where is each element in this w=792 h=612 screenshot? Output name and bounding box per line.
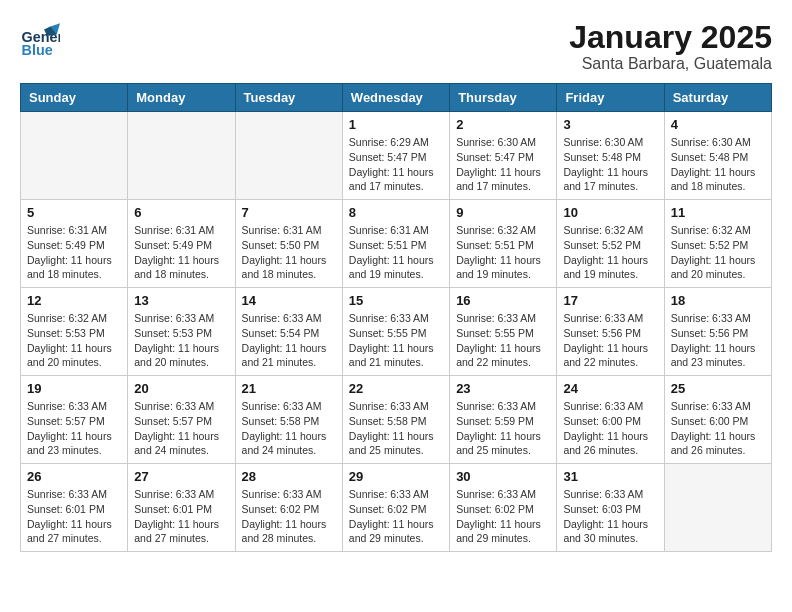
calendar-day-cell: 13Sunrise: 6:33 AM Sunset: 5:53 PM Dayli… — [128, 288, 235, 376]
calendar-day-cell — [235, 112, 342, 200]
calendar-day-cell: 7Sunrise: 6:31 AM Sunset: 5:50 PM Daylig… — [235, 200, 342, 288]
day-number: 26 — [27, 469, 121, 484]
day-number: 28 — [242, 469, 336, 484]
calendar-day-cell: 19Sunrise: 6:33 AM Sunset: 5:57 PM Dayli… — [21, 376, 128, 464]
title-block: January 2025 Santa Barbara, Guatemala — [569, 20, 772, 73]
calendar-week-row: 26Sunrise: 6:33 AM Sunset: 6:01 PM Dayli… — [21, 464, 772, 552]
logo: General Blue — [20, 20, 60, 60]
page-subtitle: Santa Barbara, Guatemala — [569, 55, 772, 73]
calendar-day-cell: 10Sunrise: 6:32 AM Sunset: 5:52 PM Dayli… — [557, 200, 664, 288]
day-number: 17 — [563, 293, 657, 308]
day-info: Sunrise: 6:29 AM Sunset: 5:47 PM Dayligh… — [349, 135, 443, 194]
day-info: Sunrise: 6:33 AM Sunset: 5:56 PM Dayligh… — [563, 311, 657, 370]
calendar-day-cell: 20Sunrise: 6:33 AM Sunset: 5:57 PM Dayli… — [128, 376, 235, 464]
day-number: 3 — [563, 117, 657, 132]
calendar-day-cell: 1Sunrise: 6:29 AM Sunset: 5:47 PM Daylig… — [342, 112, 449, 200]
day-number: 9 — [456, 205, 550, 220]
calendar-day-cell: 5Sunrise: 6:31 AM Sunset: 5:49 PM Daylig… — [21, 200, 128, 288]
day-info: Sunrise: 6:32 AM Sunset: 5:52 PM Dayligh… — [563, 223, 657, 282]
day-number: 19 — [27, 381, 121, 396]
calendar-day-header: Thursday — [450, 84, 557, 112]
day-number: 10 — [563, 205, 657, 220]
day-info: Sunrise: 6:33 AM Sunset: 6:02 PM Dayligh… — [349, 487, 443, 546]
day-number: 24 — [563, 381, 657, 396]
day-number: 18 — [671, 293, 765, 308]
calendar-day-header: Tuesday — [235, 84, 342, 112]
day-number: 23 — [456, 381, 550, 396]
calendar-day-cell: 25Sunrise: 6:33 AM Sunset: 6:00 PM Dayli… — [664, 376, 771, 464]
day-number: 16 — [456, 293, 550, 308]
day-info: Sunrise: 6:31 AM Sunset: 5:51 PM Dayligh… — [349, 223, 443, 282]
calendar-day-cell: 22Sunrise: 6:33 AM Sunset: 5:58 PM Dayli… — [342, 376, 449, 464]
day-info: Sunrise: 6:33 AM Sunset: 5:53 PM Dayligh… — [134, 311, 228, 370]
calendar-day-cell: 18Sunrise: 6:33 AM Sunset: 5:56 PM Dayli… — [664, 288, 771, 376]
calendar-day-cell: 14Sunrise: 6:33 AM Sunset: 5:54 PM Dayli… — [235, 288, 342, 376]
calendar-week-row: 19Sunrise: 6:33 AM Sunset: 5:57 PM Dayli… — [21, 376, 772, 464]
day-info: Sunrise: 6:33 AM Sunset: 6:01 PM Dayligh… — [134, 487, 228, 546]
day-number: 12 — [27, 293, 121, 308]
calendar-day-cell: 2Sunrise: 6:30 AM Sunset: 5:47 PM Daylig… — [450, 112, 557, 200]
calendar-day-cell: 26Sunrise: 6:33 AM Sunset: 6:01 PM Dayli… — [21, 464, 128, 552]
calendar-table: SundayMondayTuesdayWednesdayThursdayFrid… — [20, 83, 772, 552]
day-info: Sunrise: 6:30 AM Sunset: 5:48 PM Dayligh… — [563, 135, 657, 194]
day-info: Sunrise: 6:33 AM Sunset: 6:00 PM Dayligh… — [671, 399, 765, 458]
day-info: Sunrise: 6:33 AM Sunset: 5:58 PM Dayligh… — [349, 399, 443, 458]
day-number: 7 — [242, 205, 336, 220]
day-info: Sunrise: 6:33 AM Sunset: 5:57 PM Dayligh… — [27, 399, 121, 458]
day-number: 1 — [349, 117, 443, 132]
day-info: Sunrise: 6:33 AM Sunset: 6:02 PM Dayligh… — [242, 487, 336, 546]
day-number: 31 — [563, 469, 657, 484]
calendar-week-row: 12Sunrise: 6:32 AM Sunset: 5:53 PM Dayli… — [21, 288, 772, 376]
calendar-day-cell: 9Sunrise: 6:32 AM Sunset: 5:51 PM Daylig… — [450, 200, 557, 288]
calendar-week-row: 5Sunrise: 6:31 AM Sunset: 5:49 PM Daylig… — [21, 200, 772, 288]
calendar-day-cell: 23Sunrise: 6:33 AM Sunset: 5:59 PM Dayli… — [450, 376, 557, 464]
day-number: 21 — [242, 381, 336, 396]
calendar-day-cell: 29Sunrise: 6:33 AM Sunset: 6:02 PM Dayli… — [342, 464, 449, 552]
day-info: Sunrise: 6:33 AM Sunset: 5:57 PM Dayligh… — [134, 399, 228, 458]
day-number: 30 — [456, 469, 550, 484]
calendar-day-cell: 27Sunrise: 6:33 AM Sunset: 6:01 PM Dayli… — [128, 464, 235, 552]
day-info: Sunrise: 6:33 AM Sunset: 5:54 PM Dayligh… — [242, 311, 336, 370]
calendar-day-cell: 17Sunrise: 6:33 AM Sunset: 5:56 PM Dayli… — [557, 288, 664, 376]
calendar-day-header: Wednesday — [342, 84, 449, 112]
day-number: 8 — [349, 205, 443, 220]
calendar-day-cell: 16Sunrise: 6:33 AM Sunset: 5:55 PM Dayli… — [450, 288, 557, 376]
calendar-day-header: Monday — [128, 84, 235, 112]
day-info: Sunrise: 6:33 AM Sunset: 6:02 PM Dayligh… — [456, 487, 550, 546]
day-info: Sunrise: 6:31 AM Sunset: 5:50 PM Dayligh… — [242, 223, 336, 282]
calendar-header-row: SundayMondayTuesdayWednesdayThursdayFrid… — [21, 84, 772, 112]
day-info: Sunrise: 6:30 AM Sunset: 5:47 PM Dayligh… — [456, 135, 550, 194]
svg-text:Blue: Blue — [22, 42, 53, 58]
calendar-day-cell: 30Sunrise: 6:33 AM Sunset: 6:02 PM Dayli… — [450, 464, 557, 552]
calendar-day-cell: 15Sunrise: 6:33 AM Sunset: 5:55 PM Dayli… — [342, 288, 449, 376]
calendar-day-cell: 24Sunrise: 6:33 AM Sunset: 6:00 PM Dayli… — [557, 376, 664, 464]
calendar-day-cell: 3Sunrise: 6:30 AM Sunset: 5:48 PM Daylig… — [557, 112, 664, 200]
calendar-week-row: 1Sunrise: 6:29 AM Sunset: 5:47 PM Daylig… — [21, 112, 772, 200]
day-number: 6 — [134, 205, 228, 220]
day-info: Sunrise: 6:33 AM Sunset: 6:01 PM Dayligh… — [27, 487, 121, 546]
day-info: Sunrise: 6:33 AM Sunset: 6:03 PM Dayligh… — [563, 487, 657, 546]
day-info: Sunrise: 6:33 AM Sunset: 5:55 PM Dayligh… — [349, 311, 443, 370]
calendar-day-cell: 8Sunrise: 6:31 AM Sunset: 5:51 PM Daylig… — [342, 200, 449, 288]
day-number: 25 — [671, 381, 765, 396]
day-number: 11 — [671, 205, 765, 220]
day-info: Sunrise: 6:31 AM Sunset: 5:49 PM Dayligh… — [134, 223, 228, 282]
day-number: 15 — [349, 293, 443, 308]
day-number: 20 — [134, 381, 228, 396]
calendar-day-cell: 11Sunrise: 6:32 AM Sunset: 5:52 PM Dayli… — [664, 200, 771, 288]
day-info: Sunrise: 6:33 AM Sunset: 5:55 PM Dayligh… — [456, 311, 550, 370]
page-header: General Blue January 2025 Santa Barbara,… — [20, 20, 772, 73]
day-info: Sunrise: 6:33 AM Sunset: 5:56 PM Dayligh… — [671, 311, 765, 370]
day-number: 2 — [456, 117, 550, 132]
calendar-day-cell: 31Sunrise: 6:33 AM Sunset: 6:03 PM Dayli… — [557, 464, 664, 552]
day-number: 27 — [134, 469, 228, 484]
calendar-day-header: Sunday — [21, 84, 128, 112]
calendar-day-header: Friday — [557, 84, 664, 112]
day-number: 5 — [27, 205, 121, 220]
day-info: Sunrise: 6:33 AM Sunset: 5:58 PM Dayligh… — [242, 399, 336, 458]
calendar-day-cell: 21Sunrise: 6:33 AM Sunset: 5:58 PM Dayli… — [235, 376, 342, 464]
day-number: 13 — [134, 293, 228, 308]
calendar-day-header: Saturday — [664, 84, 771, 112]
day-info: Sunrise: 6:33 AM Sunset: 5:59 PM Dayligh… — [456, 399, 550, 458]
calendar-day-cell: 28Sunrise: 6:33 AM Sunset: 6:02 PM Dayli… — [235, 464, 342, 552]
